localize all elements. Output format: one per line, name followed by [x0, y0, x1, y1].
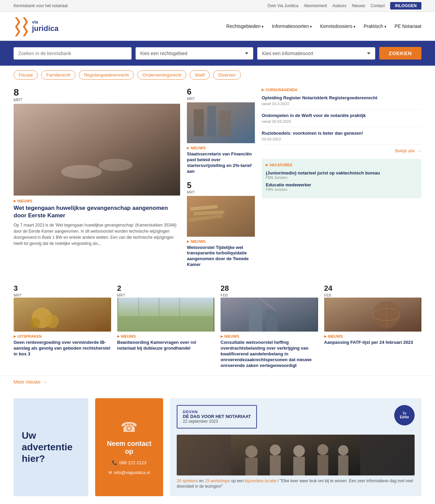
bottom-image-1 [14, 298, 111, 332]
bottom-tag-1: UITSPRAKEN [14, 334, 111, 338]
cursus-item-1: Opleiding Register Notarisklerk Register… [262, 95, 421, 110]
logo-arrows-icon: ❯❯❯❯ [14, 17, 29, 36]
ddvhn-subtitle: DÉ DAG VOOR HET NOTARIAAT [183, 414, 251, 419]
nav-rechtsgebieden[interactable]: Rechtsgebieden [226, 23, 264, 29]
rechtsgebied-select[interactable]: Kies een rechtsgebied [136, 47, 254, 60]
bottom-articles: 3 MRT UITSPRAKEN Geen rentevergoeding ov… [0, 281, 435, 375]
brand-text: Kennisbank voor het notariaat [14, 3, 68, 8]
bottom-image-4 [324, 298, 422, 332]
svg-point-14 [30, 318, 40, 328]
svg-point-2 [99, 159, 133, 171]
vacature-1: (Junior/medio) notarieel jurist op vakte… [266, 170, 417, 180]
featured-image [14, 104, 180, 196]
informatiesoort-select[interactable]: Kies een informatiesoort [257, 47, 375, 60]
svg-point-31 [270, 444, 281, 455]
bottom-title-4[interactable]: Aanpassing FATF-lijst per 24 februari 20… [324, 340, 422, 346]
nav-over[interactable]: Over Via Juridica [267, 3, 298, 8]
mid-article-1: 6 MRT NIEUWS Staatssecretaris van Financ… [187, 88, 255, 174]
svg-rect-32 [270, 455, 281, 475]
mid-tag-1: NIEUWS [187, 146, 255, 150]
search-bar: Kies een rechtsgebied Kies een informati… [0, 41, 435, 66]
cursus-label: CURSUSAGENDA [262, 88, 421, 92]
logo[interactable]: ❯❯❯❯ via juridica [14, 17, 58, 36]
bottom-date-1: 3 MRT [14, 285, 111, 298]
tag-diversen[interactable]: Diversen [213, 70, 241, 80]
mid-article-2: 5 MRT NIEUWS Wetsvoorstel Tijdelijke wet… [187, 181, 255, 268]
ddvhn-date: 22 september 2023 [183, 419, 251, 424]
svg-rect-30 [245, 458, 258, 475]
svg-point-33 [293, 445, 305, 457]
tag-registergoederenrecht[interactable]: Registergoederenrecht [79, 70, 134, 80]
nav-informatiesoorten[interactable]: Informatiesoorten [272, 23, 312, 29]
svg-rect-11 [15, 298, 110, 332]
bekijk-alle-link[interactable]: Bekijk alle → [262, 148, 421, 153]
tag-familierecht[interactable]: Familierecht [41, 70, 75, 80]
svg-rect-34 [293, 457, 305, 475]
phone-small-icon: 📞 [112, 460, 117, 465]
svg-rect-5 [207, 106, 216, 136]
bottom-date-3: 28 FEB [221, 285, 318, 298]
search-button[interactable]: ZOEKEN [379, 47, 422, 60]
svg-rect-4 [194, 109, 204, 136]
cursus-item-2: Ondompelen in de Wwft voor de notariële … [262, 113, 421, 127]
bottom-tag-3: NIEUWS [221, 334, 318, 338]
promo-ddvhn[interactable]: 7e Editie DDVHN DÉ DAG VOOR HET NOTARIAA… [170, 398, 421, 497]
mid-articles-col: 6 MRT NIEUWS Staatssecretaris van Financ… [187, 88, 255, 274]
arrow-right-icon: → [42, 379, 47, 385]
top-bar: Kennisbank voor het notariaat Over Via J… [0, 0, 435, 12]
mid-tag-2: NIEUWS [187, 239, 255, 243]
svg-point-13 [45, 315, 59, 328]
bottom-title-3[interactable]: Consultatie wetsvoorstel heffing overdra… [221, 340, 318, 368]
bottom-title-2[interactable]: Beantwoording Kamervragen over rol notar… [117, 340, 215, 351]
svg-rect-6 [219, 111, 231, 136]
main-nav: Rechtsgebieden Informatiesoorten Kennisd… [226, 23, 421, 29]
bottom-image-3 [221, 298, 318, 332]
promo-advertentie: Uw advertentie hier? [14, 398, 88, 497]
bottom-title-1[interactable]: Geen rentevergoeding over verminderde IB… [14, 340, 111, 357]
svg-point-37 [338, 445, 348, 455]
nav-pe-notariaat[interactable]: PE Notariaat [395, 23, 421, 29]
meer-nieuws-link[interactable]: Meer nieuws → [14, 379, 421, 385]
svg-rect-22 [266, 309, 278, 332]
featured-tag: NIEUWS [14, 199, 180, 203]
ddvhn-description: 20 sprekers en 15 workshops op een bijzo… [177, 478, 415, 490]
nav-kennisdossiers[interactable]: Kennisdossiers [320, 23, 355, 29]
nav-nieuws[interactable]: Nieuws [352, 3, 365, 8]
featured-date: 8 MRT [14, 88, 180, 102]
mid-title-2[interactable]: Wetsvoorstel Tijdelijke wet transparanti… [187, 245, 255, 268]
tag-wwft[interactable]: Wwft [190, 70, 210, 80]
ddvhn-logo-box: DDVHN DÉ DAG VOOR HET NOTARIAAT 22 septe… [177, 405, 257, 429]
vacatures-section: VACATURES (Junior/medio) notarieel juris… [262, 159, 421, 198]
main-content: 8 MRT NIEUWS Wet tegengaan huwelijk [0, 84, 435, 281]
bottom-article-3: 28 FEB NIEUWS Consultatie wetsvoorstel h… [221, 285, 318, 368]
login-button[interactable]: INLOGGEN [390, 2, 421, 10]
search-input[interactable] [14, 47, 132, 60]
nav-praktisch[interactable]: Praktisch [364, 23, 386, 29]
svg-point-1 [61, 165, 102, 179]
mid-title-1[interactable]: Staatssecretaris van Financiën past bele… [187, 151, 255, 174]
contact-email[interactable]: ✉ info@viajuridica.nl [108, 470, 150, 475]
cursus-section: CURSUSAGENDA Opleiding Register Notarisk… [262, 88, 421, 153]
featured-title[interactable]: Wet tegengaan huwelijkse gevangenschap a… [14, 204, 180, 219]
arrow-right-icon: → [417, 148, 421, 153]
contact-title: Neem contact op [102, 440, 156, 455]
nav-abonnement[interactable]: Abonnement [304, 3, 327, 8]
bottom-date-4: 24 FEB [324, 285, 422, 298]
filter-tags: Fiscaal Familierecht Registergoederenrec… [0, 66, 435, 84]
nav-contact[interactable]: Contact [371, 3, 385, 8]
contact-phone[interactable]: 📞 088 222 2123 [112, 460, 146, 465]
top-bar-links: Over Via Juridica Abonnement Auteurs Nie… [267, 2, 421, 10]
mid-image-1 [187, 102, 255, 143]
vacature-2: Educatie medewerker FBN Juristen [266, 182, 417, 191]
bottom-date-2: 2 MRT [117, 285, 215, 298]
bottom-article-4: 24 FEB NIEUWS Aanpassing FATF-lijst per … [324, 285, 422, 368]
nav-auteurs[interactable]: Auteurs [332, 3, 346, 8]
tag-fiscaal[interactable]: Fiscaal [14, 70, 38, 80]
bottom-tag-2: NIEUWS [117, 334, 215, 338]
mid-date-1: 6 MRT [187, 88, 255, 101]
featured-article-col: 8 MRT NIEUWS Wet tegengaan huwelijk [14, 88, 180, 274]
tag-ondernemingsrecht[interactable]: Ondernemingsrecht [137, 70, 186, 80]
bottom-article-2: 2 MRT NIEUWS Beantwoording Kamervragen o… [117, 285, 215, 368]
svg-rect-0 [14, 104, 180, 196]
mid-image-2 [187, 196, 255, 237]
